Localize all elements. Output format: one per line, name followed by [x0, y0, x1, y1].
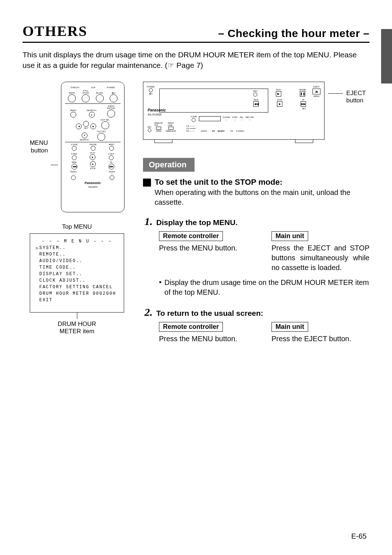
blank-button[interactable]: [96, 94, 104, 102]
rew-button[interactable]: ◀◀: [72, 164, 77, 170]
left-button[interactable]: ◀: [76, 123, 82, 129]
deck-stop[interactable]: ■: [277, 101, 282, 107]
menu-item: AUDIO/VIDEO..: [34, 258, 120, 264]
remote-side-label: MENU button: [23, 139, 48, 154]
step-number: 1.: [144, 215, 153, 228]
lbl-rew: REW: [72, 161, 77, 163]
adub-button[interactable]: [72, 146, 77, 151]
adub-led: [192, 118, 196, 122]
cassette-slot: [159, 89, 268, 113]
menu-item: EXIT: [34, 297, 120, 303]
lbl-deck-menu: MENU: [314, 95, 319, 97]
menu-item: DISPLAY SET..: [34, 271, 120, 277]
deck-ff[interactable]: ▶▶: [301, 101, 306, 107]
model-label: VEQ3533: [88, 186, 97, 188]
menu-item: ▷SYSTEM..: [34, 245, 120, 251]
remote-controller: DISPLAY VCR POWER BARS STILL MODE BLANK …: [61, 82, 124, 212]
remote-box-label: Remote controller: [159, 322, 223, 332]
down-button[interactable]: ▼: [82, 132, 87, 138]
play-button[interactable]: ▶: [90, 154, 95, 160]
top-menu-diagram: Top MENU – – – M E N U – – – ▷SYSTEM.. R…: [30, 223, 124, 335]
operation-heading: Operation: [143, 158, 195, 172]
step-title: To return to the usual screen:: [156, 309, 264, 318]
lbl-deck-set: SET: [253, 107, 306, 110]
remote-instruction: Press the MENU button.: [159, 243, 257, 253]
menu-item: FACTORY SETTING CANCEL: [34, 284, 120, 290]
mute-button[interactable]: [107, 110, 115, 118]
deck-leds: A.DUB DVCAM○ NTSC○ PAL○ REC INH.○: [191, 115, 254, 122]
lbl-searchp: SEARCH+: [87, 109, 97, 111]
deck-power-button[interactable]: [149, 88, 153, 92]
main-instruction: Press the EJECT button.: [271, 334, 369, 344]
lbl-power: POWER: [107, 86, 115, 89]
lbl-adub: A.DUB: [71, 143, 78, 146]
step-bullet: Display the drum usage time on the DRUM …: [164, 278, 369, 297]
step-title: Display the top MENU.: [156, 218, 238, 227]
square-bullet-icon: [143, 179, 151, 187]
deck-rew[interactable]: ◀◀: [253, 101, 259, 107]
eject-side-label: EJECT button: [346, 82, 366, 105]
intro-text: This unit displays the drum usage time o…: [23, 49, 369, 71]
lbl-mute: AUDIO MUTING: [107, 105, 115, 109]
lbl-bars: BARS: [69, 92, 75, 94]
menu-button[interactable]: [70, 112, 76, 118]
deck-rec[interactable]: [253, 93, 257, 97]
page-number: E-65: [351, 532, 367, 540]
lbl-power-deck: POWER: [147, 86, 155, 88]
top-menu-screen: – – – M E N U – – – ▷SYSTEM.. REMOTE.. A…: [30, 233, 124, 313]
lbl-outsel: OUT SEL: [101, 119, 110, 121]
outlev-button[interactable]: [97, 133, 105, 141]
page-title: – Checking the hour meter –: [218, 27, 369, 40]
frev-button[interactable]: [72, 155, 77, 160]
lbl-play: PLAY: [90, 152, 95, 154]
main-box-label: Main unit: [271, 322, 308, 332]
remote-box-label: Remote controller: [159, 231, 223, 241]
right-button[interactable]: ▶: [90, 123, 96, 129]
indexp-button[interactable]: [110, 175, 114, 180]
power-button[interactable]: [110, 94, 118, 102]
lbl-oi: ⏻/I: [112, 92, 115, 94]
still-button[interactable]: [82, 94, 90, 102]
indexm-button[interactable]: [71, 175, 76, 180]
fadv-button[interactable]: [109, 155, 114, 160]
step-number: 2.: [144, 306, 153, 318]
eject-button[interactable]: ⏏: [313, 89, 320, 94]
lbl-still: STILL MODE: [83, 90, 89, 94]
cassette-indicator: [199, 116, 221, 121]
lbl-searchm: SEARCH–: [79, 139, 89, 141]
stop-button[interactable]: ■: [90, 161, 96, 167]
bullet-icon: •: [159, 278, 162, 297]
lbl-outlev: OUT LEV: [97, 130, 106, 132]
up-button[interactable]: ▲: [89, 112, 95, 118]
deck-brand: Panasonic: [148, 108, 166, 112]
lbl-oi-deck: ⏻/I: [149, 93, 152, 95]
deck-pause[interactable]: ❚❚: [300, 91, 305, 97]
lbl-pause: PAUSE: [90, 143, 97, 146]
lbl-set: SET: [84, 127, 88, 129]
rec-button[interactable]: [109, 146, 114, 151]
remote-instruction: Press the MENU button.: [159, 334, 257, 344]
menu-item: DRUM HOUR METER 000200H: [34, 290, 120, 297]
outsel-button[interactable]: [101, 121, 109, 129]
pause-button[interactable]: [91, 146, 95, 151]
deck-play[interactable]: ▶: [276, 91, 281, 97]
set-button[interactable]: [83, 121, 89, 127]
page-header: OTHERS – Checking the hour meter –: [23, 23, 369, 43]
ff-button[interactable]: ▶▶: [109, 164, 114, 170]
deck-jacks: MIC REMOTE OFFOPEN INPUT LINEWIRELESS 1/…: [148, 122, 244, 132]
lbl-eject: EJECT: [313, 86, 319, 88]
drum-hour-pointer: DRUM HOUR METER item: [30, 321, 124, 335]
lbl-frev: F.REV: [71, 153, 77, 155]
menu-header: – – – M E N U – – –: [34, 238, 120, 245]
main-instruction: Press the EJECT and STOP buttons simulta…: [271, 243, 369, 273]
lbl-display: DISPLAY: [71, 86, 79, 89]
thumb-tab: [381, 29, 392, 83]
lbl-rec: REC: [110, 143, 114, 146]
lbl-indexm: INDEX –: [70, 171, 77, 175]
step-1: 1. Display the top MENU. Remote controll…: [143, 215, 369, 297]
remote-diagram: MENU button DISPLAY VCR POWER BARS STILL…: [23, 82, 131, 212]
stop-mode-desc: When operating with the buttons on the m…: [155, 188, 369, 207]
bars-button[interactable]: [68, 94, 76, 102]
lbl-vcr: VCR: [91, 86, 95, 89]
main-box-label: Main unit: [271, 231, 308, 241]
